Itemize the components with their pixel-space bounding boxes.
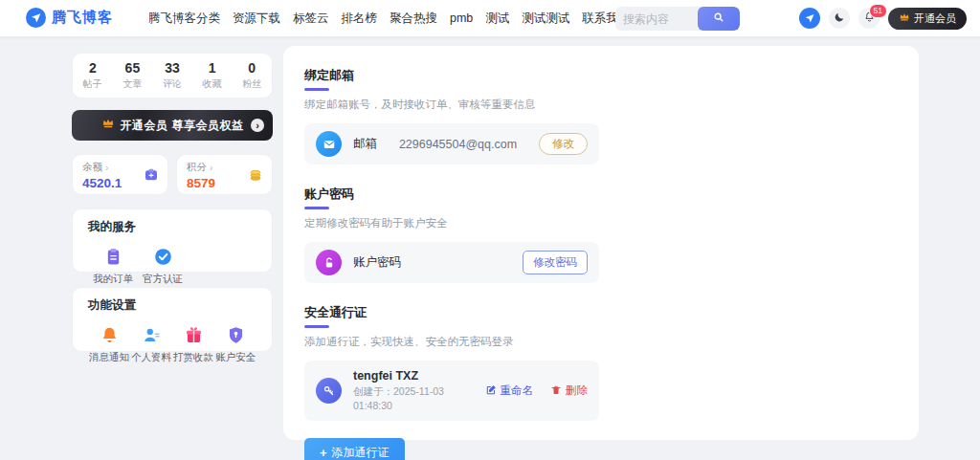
- logo-text: 腾飞博客: [52, 9, 113, 27]
- my-services-panel: 我的服务 我的订单 官方认证: [72, 208, 273, 273]
- nav-item-ranking[interactable]: 排名榜: [342, 11, 378, 27]
- logo-icon: [26, 8, 46, 28]
- reward-collection-item[interactable]: 打赏收款: [172, 322, 214, 364]
- dark-mode-toggle[interactable]: [829, 8, 850, 29]
- add-passkey-button[interactable]: + 添加通行证: [304, 438, 405, 460]
- nav-item-hot-search[interactable]: 聚合热搜: [390, 11, 437, 27]
- message-notifications-item[interactable]: 消息通知: [88, 322, 130, 364]
- nav-item-test[interactable]: 测试: [485, 11, 509, 27]
- profile-item[interactable]: 个人资料: [130, 322, 172, 364]
- passkey-row: tengfei TXZ 创建于：2025-11-03 01:48:30 重命名: [304, 361, 599, 421]
- my-orders-item[interactable]: 我的订单: [88, 244, 138, 286]
- search-bar: [615, 7, 740, 31]
- services-panel-title: 我的服务: [88, 219, 256, 235]
- vip-banner-label: 开通会员 尊享会员权益: [121, 118, 244, 134]
- email-section-subtitle: 绑定邮箱账号，及时接收订单、审核等重要信息: [304, 98, 599, 112]
- account-settings-panel: 绑定邮箱 绑定邮箱账号，及时接收订单、审核等重要信息 邮箱 2296945504…: [283, 46, 919, 440]
- search-icon: [712, 11, 725, 27]
- crown-icon: [899, 11, 910, 25]
- title-underline: [304, 88, 329, 91]
- open-vip-button[interactable]: 开通会员: [888, 8, 967, 30]
- stat-articles[interactable]: 65 文章: [113, 60, 153, 91]
- plus-icon: +: [320, 447, 327, 459]
- stat-comments[interactable]: 33 评论: [152, 60, 192, 91]
- site-logo[interactable]: 腾飞博客: [26, 8, 113, 28]
- clipboard-icon: [88, 244, 138, 269]
- title-underline: [304, 207, 329, 209]
- modify-email-button[interactable]: 修改: [539, 133, 588, 155]
- key-icon: [316, 378, 342, 404]
- account-security-item[interactable]: 账户安全: [214, 322, 256, 364]
- password-section: 账户密码 定期修改密码有助于账户安全 账户密码 修改密码: [304, 186, 599, 283]
- stat-followers[interactable]: 0 粉丝: [232, 60, 272, 91]
- email-row: 邮箱 2296945504@qq.com 修改: [304, 123, 599, 164]
- notification-bell-icon: [88, 322, 130, 347]
- email-binding-section: 绑定邮箱 绑定邮箱账号，及时接收订单、审核等重要信息 邮箱 2296945504…: [304, 67, 599, 164]
- password-section-subtitle: 定期修改密码有助于账户安全: [304, 216, 599, 230]
- password-row-label: 账户密码: [353, 254, 401, 271]
- gift-icon: [172, 322, 214, 347]
- email-address-value: 2296945504@qq.com: [377, 138, 539, 151]
- password-row: 账户密码 修改密码: [304, 242, 599, 283]
- crown-icon: [101, 117, 115, 134]
- email-row-label: 邮箱: [353, 136, 377, 152]
- search-button[interactable]: [698, 7, 740, 31]
- feature-settings-panel: 功能设置 消息通知 个人资料 打赏收款 账户安全: [72, 287, 273, 352]
- rename-passkey-button[interactable]: 重命名: [485, 383, 534, 398]
- title-underline: [304, 325, 329, 328]
- nav-item-test2[interactable]: 测试测试: [522, 11, 569, 27]
- search-input[interactable]: [615, 12, 698, 26]
- moon-icon: [834, 10, 845, 27]
- top-navbar: 腾飞博客 腾飞博客分类 资源下载 标签云 排名榜 聚合热搜 pmb 测试 测试测…: [0, 0, 980, 36]
- vip-upgrade-banner[interactable]: 开通会员 尊享会员权益 ›: [72, 110, 273, 141]
- nav-item-categories[interactable]: 腾飞博客分类: [148, 11, 220, 27]
- coins-icon: [248, 167, 263, 186]
- nav-item-pmb[interactable]: pmb: [450, 11, 473, 25]
- passkey-section: 安全通行证 添加通行证，实现快速、安全的无密码登录 tengfei TXZ 创建…: [304, 304, 599, 460]
- lock-icon: [316, 250, 342, 275]
- main-navigation: 腾飞博客分类 资源下载 标签云 排名榜 聚合热搜 pmb 测试 测试测试 联系我…: [148, 0, 680, 36]
- balance-card[interactable]: 余额 › 4520.1: [72, 154, 168, 195]
- balance-label: 余额: [82, 161, 102, 174]
- chevron-right-icon: ›: [105, 163, 108, 173]
- verified-badge-icon: [138, 244, 188, 269]
- notification-badge: 51: [869, 4, 887, 18]
- passkey-section-subtitle: 添加通行证，实现快速、安全的无密码登录: [304, 335, 599, 349]
- user-stats-card: 2 帖子 65 文章 33 评论 1 收藏 0 粉丝: [72, 53, 273, 99]
- chevron-right-icon: ›: [210, 163, 212, 173]
- stat-posts[interactable]: 2 帖子: [73, 60, 113, 91]
- nav-item-downloads[interactable]: 资源下载: [233, 11, 280, 27]
- stat-favorites[interactable]: 1 收藏: [192, 60, 233, 91]
- wallet-icon: [144, 167, 159, 186]
- person-icon: [130, 322, 172, 347]
- notifications-button[interactable]: 51: [858, 8, 880, 29]
- chevron-right-icon: ›: [251, 119, 264, 132]
- shield-icon: [214, 322, 256, 347]
- trash-icon: [550, 384, 562, 398]
- passkey-name: tengfei TXZ: [353, 369, 449, 383]
- edit-icon: [485, 384, 497, 398]
- passkey-section-title: 安全通行证: [304, 304, 599, 321]
- password-section-title: 账户密码: [304, 186, 599, 203]
- email-section-title: 绑定邮箱: [304, 67, 599, 84]
- settings-panel-title: 功能设置: [88, 297, 256, 314]
- open-vip-label: 开通会员: [914, 11, 956, 26]
- points-label: 积分: [187, 161, 207, 174]
- passkey-created-date: 创建于：2025-11-03 01:48:30: [353, 384, 449, 412]
- mail-icon: [316, 131, 342, 157]
- user-avatar[interactable]: [799, 8, 820, 29]
- nav-item-tags[interactable]: 标签云: [293, 11, 329, 27]
- navbar-right-group: 51 开通会员: [799, 0, 967, 36]
- points-card[interactable]: 积分 › 8579: [176, 154, 273, 195]
- official-verification-item[interactable]: 官方认证: [138, 244, 188, 286]
- change-password-button[interactable]: 修改密码: [523, 251, 588, 274]
- delete-passkey-button[interactable]: 删除: [550, 383, 588, 398]
